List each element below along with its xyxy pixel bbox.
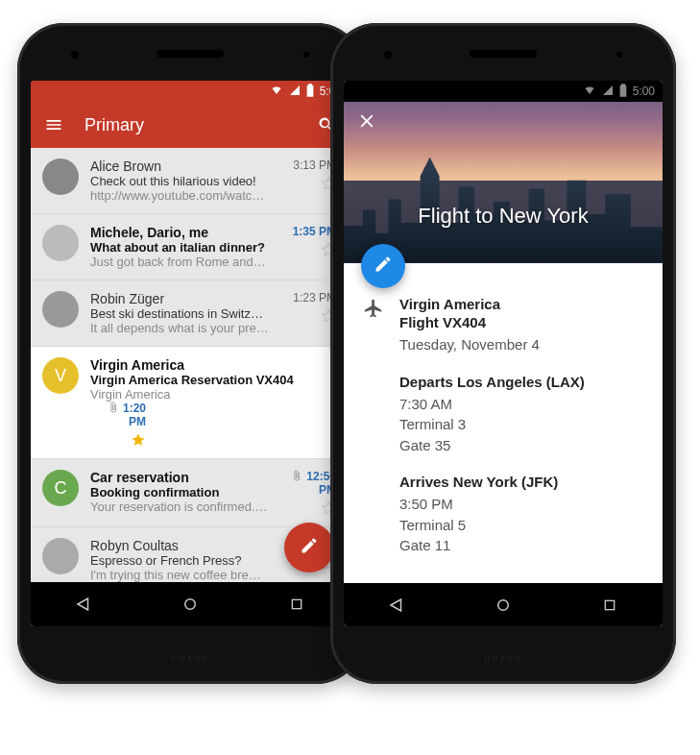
arrival-heading: Arrives New York (JFK) bbox=[399, 474, 643, 490]
email-snippet: http://www.youtube.com/watch?v=89... bbox=[90, 188, 269, 203]
email-time: 1:20 PM bbox=[90, 402, 146, 428]
flight-hero: 5:00 Flight to New York bbox=[344, 81, 663, 263]
phone-inbox: 5:00 Flight to New York bbox=[330, 23, 676, 684]
signal-icon bbox=[289, 85, 301, 99]
departure-gate: Gate 35 bbox=[399, 435, 643, 456]
inbox-flight-card: 5:00 Flight to New York bbox=[344, 81, 663, 626]
svg-point-0 bbox=[185, 599, 196, 610]
edit-fab[interactable] bbox=[361, 244, 405, 288]
avatar[interactable] bbox=[42, 538, 79, 574]
email-time: 12:50 PM bbox=[280, 470, 336, 497]
avatar[interactable] bbox=[42, 225, 79, 261]
pencil-icon bbox=[374, 255, 393, 278]
wifi-icon bbox=[583, 85, 596, 99]
email-row[interactable]: Robin ZügerBest ski destinations in Swit… bbox=[31, 280, 350, 347]
nav-recent-icon[interactable] bbox=[287, 595, 306, 614]
email-snippet: I'm trying this new coffee brewing place… bbox=[90, 568, 269, 582]
email-row[interactable]: VVirgin AmericaVirgin America Reservatio… bbox=[31, 347, 350, 459]
signal-icon bbox=[602, 85, 614, 99]
attachment-icon bbox=[108, 402, 119, 413]
wifi-icon bbox=[270, 85, 283, 99]
email-subject: Virgin America Reservation VX404 bbox=[90, 373, 336, 387]
email-snippet: Your reservation is confirmed. Please... bbox=[90, 499, 269, 514]
battery-icon bbox=[306, 84, 314, 100]
email-row[interactable]: CCar reservationBooking confirmationYour… bbox=[31, 459, 350, 527]
svg-rect-1 bbox=[292, 599, 301, 608]
arrival-gate: Gate 11 bbox=[399, 535, 643, 556]
arrival-time: 3:50 PM bbox=[399, 494, 643, 515]
attachment-icon bbox=[291, 470, 302, 481]
email-subject: Best ski destinations in Switzerland bbox=[90, 306, 269, 321]
email-subject: Espresso or French Press? bbox=[90, 553, 269, 568]
email-row[interactable]: Alice BrownCheck out this hilarious vide… bbox=[31, 148, 350, 214]
email-snippet: Virgin America bbox=[90, 387, 336, 402]
email-sender: Alice Brown bbox=[90, 158, 269, 174]
nav-home-icon[interactable] bbox=[181, 595, 200, 614]
email-subject: Check out this hilarious video! bbox=[90, 174, 269, 188]
menu-icon[interactable] bbox=[44, 115, 63, 134]
email-sender: Robin Züger bbox=[90, 291, 269, 306]
battery-icon bbox=[619, 84, 627, 100]
pencil-icon bbox=[300, 536, 319, 559]
email-subject: Booking confirmation bbox=[90, 485, 269, 499]
android-navbar bbox=[31, 582, 350, 626]
departure-time: 7:30 AM bbox=[399, 394, 643, 415]
departure-terminal: Terminal 3 bbox=[399, 414, 643, 435]
email-sender: Virgin America bbox=[90, 357, 336, 373]
flight-summary: Virgin America Flight VX404 Tuesday, Nov… bbox=[399, 296, 540, 354]
email-sender: Robyn Coultas bbox=[90, 538, 269, 553]
nav-back-icon[interactable] bbox=[74, 595, 93, 614]
email-row[interactable]: Michele, Dario, meWhat about an italian … bbox=[31, 214, 350, 280]
email-snippet: It all depends what is your preferences … bbox=[90, 321, 269, 335]
status-bar: 5:00 bbox=[31, 81, 350, 102]
nav-home-icon[interactable] bbox=[494, 596, 513, 615]
avatar[interactable] bbox=[42, 291, 79, 328]
status-time: 5:00 bbox=[633, 85, 655, 98]
departure-section: Departs Los Angeles (LAX) 7:30 AM Termin… bbox=[399, 374, 643, 456]
arrival-terminal: Terminal 5 bbox=[399, 515, 643, 536]
flight-details: Virgin America Flight VX404 Tuesday, Nov… bbox=[344, 263, 663, 584]
status-bar: 5:00 bbox=[344, 81, 663, 102]
gmail-app: 5:00 Primary Alice BrownCheck out this h… bbox=[31, 81, 350, 626]
phone-gmail: 5:00 Primary Alice BrownCheck out this h… bbox=[17, 23, 363, 684]
email-list[interactable]: Alice BrownCheck out this hilarious vide… bbox=[31, 148, 350, 582]
flight-date: Tuesday, November 4 bbox=[399, 336, 540, 353]
airline-name: Virgin America bbox=[399, 296, 540, 312]
android-navbar bbox=[344, 583, 663, 626]
hero-title: Flight to New York bbox=[418, 204, 588, 229]
flight-number: Flight VX404 bbox=[399, 314, 540, 330]
departure-heading: Departs Los Angeles (LAX) bbox=[399, 374, 643, 390]
airplane-icon bbox=[363, 298, 384, 354]
nav-back-icon[interactable] bbox=[387, 596, 406, 615]
avatar[interactable]: C bbox=[42, 470, 79, 506]
svg-rect-3 bbox=[605, 600, 614, 609]
gmail-header: 5:00 Primary bbox=[31, 81, 350, 148]
svg-point-2 bbox=[498, 599, 509, 610]
email-snippet: Just got back from Rome and I've plenty … bbox=[90, 255, 269, 269]
page-title: Primary bbox=[84, 115, 296, 135]
email-subject: What about an italian dinner? bbox=[90, 240, 269, 255]
close-icon[interactable] bbox=[355, 110, 378, 133]
email-sender: Michele, Dario, me bbox=[90, 225, 269, 240]
compose-fab[interactable] bbox=[284, 523, 334, 572]
nav-recent-icon[interactable] bbox=[600, 596, 619, 615]
avatar[interactable]: V bbox=[42, 357, 79, 394]
avatar[interactable] bbox=[42, 158, 79, 195]
email-sender: Car reservation bbox=[90, 470, 269, 485]
star-icon[interactable] bbox=[131, 432, 146, 448]
arrival-section: Arrives New York (JFK) 3:50 PM Terminal … bbox=[399, 474, 643, 556]
